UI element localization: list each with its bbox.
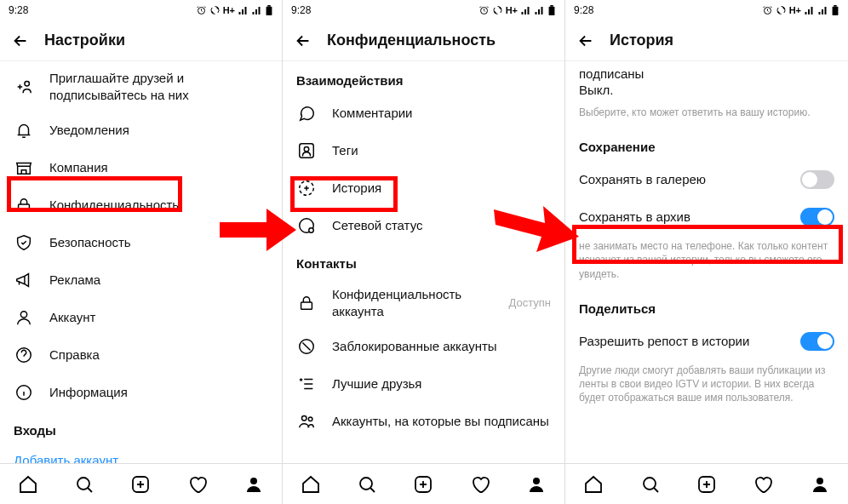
repost-hint: Другие люди смогут добавлять ваши публик… (565, 360, 848, 414)
row-help[interactable]: Справка (0, 336, 282, 374)
status-bar: 9:28 H+ (0, 0, 282, 20)
row-security[interactable]: Безопасность (0, 224, 282, 261)
sync-icon (492, 5, 503, 15)
nav-activity[interactable] (463, 467, 497, 501)
row-close-friends[interactable]: Лучшие друзья (283, 365, 564, 403)
status-bar: 9:28 H+ (283, 0, 564, 20)
row-trailing: Доступн (509, 296, 552, 309)
blocked-icon (296, 337, 317, 356)
row-ads[interactable]: Реклама (0, 261, 282, 299)
battery-icon (547, 5, 556, 15)
row-about[interactable]: Информация (0, 374, 282, 411)
logins-header: Входы (0, 411, 282, 444)
nav-profile[interactable] (237, 467, 271, 501)
row-tags[interactable]: Теги (283, 132, 564, 169)
svg-point-5 (20, 312, 26, 318)
row-activity-status[interactable]: Сетевой статус (283, 207, 564, 244)
row-comments[interactable]: Комментарии (283, 94, 564, 132)
svg-point-29 (644, 478, 656, 490)
row-label: Сохранять в галерею (579, 171, 706, 188)
reply-hint: Выберите, кто может ответить на вашу ист… (565, 102, 848, 128)
status-icons: H+ (762, 5, 839, 15)
svg-rect-19 (301, 302, 312, 309)
nav-add[interactable] (123, 467, 158, 501)
nav-home[interactable] (11, 467, 45, 501)
nav-search[interactable] (67, 467, 101, 501)
row-label: Приглашайте друзей и подписывайтесь на н… (49, 70, 268, 103)
tag-person-icon (296, 141, 317, 160)
profile-icon (810, 474, 830, 495)
row-following[interactable]: Аккаунты, на которые вы подписаны (283, 403, 564, 440)
row-label: Заблокированные аккаунты (332, 338, 497, 355)
toggle-save-gallery[interactable] (800, 170, 834, 189)
nav-profile[interactable] (519, 467, 553, 501)
row-label: Компания (49, 159, 108, 176)
svg-rect-14 (300, 144, 314, 158)
info-icon (14, 383, 34, 402)
row-label: Сетевой статус (332, 217, 423, 234)
signal-icon (238, 5, 249, 15)
nav-home[interactable] (576, 467, 610, 501)
network-type: H+ (223, 5, 235, 15)
row-save-gallery[interactable]: Сохранять в галерею (565, 161, 848, 198)
add-account-link[interactable]: Добавить аккаунт (0, 444, 282, 463)
back-button[interactable] (293, 31, 313, 51)
bottom-nav (565, 463, 848, 504)
nav-profile[interactable] (803, 467, 837, 501)
svg-point-22 (308, 417, 312, 421)
nav-activity[interactable] (180, 467, 215, 501)
megaphone-icon (14, 271, 34, 289)
row-invite-friends[interactable]: Приглашайте друзей и подписывайтесь на н… (0, 61, 282, 112)
status-time: 9:28 (574, 4, 593, 16)
row-blocked[interactable]: Заблокированные аккаунты (283, 328, 564, 365)
heart-icon (470, 474, 490, 495)
profile-icon (244, 474, 264, 495)
svg-point-15 (304, 146, 309, 152)
activity-icon (296, 216, 317, 235)
privacy-list: Взаимодействия Комментарии Теги История … (283, 61, 564, 463)
row-label: Сохранять в архив (579, 209, 690, 226)
row-save-archive[interactable]: Сохранять в архив (565, 198, 848, 236)
row-label: Информация (49, 384, 128, 401)
row-story[interactable]: История (283, 169, 564, 207)
nav-add[interactable] (690, 467, 724, 501)
page-title: Конфиденциальность (327, 32, 496, 49)
back-button[interactable] (10, 31, 31, 51)
row-label: Лучшие друзья (332, 375, 422, 392)
nav-add[interactable] (406, 467, 440, 501)
row-label: Аккаунт (49, 309, 95, 326)
row-notifications[interactable]: Уведомления (0, 112, 282, 149)
star-list-icon (296, 375, 317, 393)
bottom-nav (0, 463, 282, 504)
svg-point-8 (77, 478, 89, 490)
row-label: История (332, 180, 381, 197)
row-label: Конфиденциальность (49, 197, 179, 214)
lock-icon (14, 196, 34, 215)
row-label: Конфиденциальность аккаунта (332, 286, 509, 319)
status-icons: H+ (196, 5, 273, 15)
row-business[interactable]: Компания (0, 149, 282, 186)
plus-square-icon (696, 474, 717, 495)
network-type: H+ (506, 5, 518, 15)
nav-search[interactable] (350, 467, 384, 501)
nav-home[interactable] (294, 467, 328, 501)
toggle-save-archive[interactable] (800, 208, 834, 226)
row-allow-repost[interactable]: Разрешить репост в истории (565, 323, 848, 360)
battery-icon (831, 5, 839, 15)
nav-search[interactable] (633, 467, 668, 501)
back-button[interactable] (576, 31, 596, 51)
nav-activity[interactable] (746, 467, 780, 501)
plus-square-icon (413, 474, 433, 495)
row-label: Разрешить репост в истории (579, 333, 749, 350)
alarm-icon (196, 5, 207, 15)
row-account-privacy[interactable]: Конфиденциальность аккаунта Доступн (283, 278, 564, 328)
header: Настройки (0, 20, 282, 61)
search-icon (357, 474, 377, 495)
svg-rect-4 (19, 204, 30, 211)
toggle-allow-repost[interactable] (800, 332, 834, 351)
screen-privacy: 9:28 H+ Конфиденциальность Взаимодействи… (283, 0, 565, 504)
row-account[interactable]: Аккаунт (0, 299, 282, 336)
status-time: 9:28 (9, 4, 28, 16)
row-privacy[interactable]: Конфиденциальность (0, 186, 282, 224)
row-label: Аккаунты, на которые вы подписаны (332, 413, 549, 430)
